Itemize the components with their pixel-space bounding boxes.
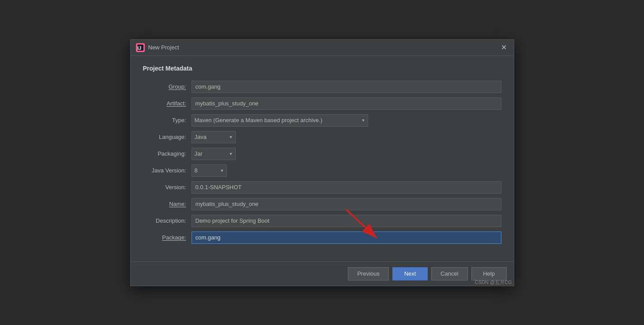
- artifact-label: Artifact:: [143, 100, 192, 107]
- type-select[interactable]: Maven (Generate a Maven based project ar…: [192, 114, 368, 127]
- group-row: Group:: [143, 81, 501, 93]
- packaging-select-wrapper: Jar War: [192, 148, 236, 160]
- package-row: Package:: [143, 232, 501, 244]
- type-select-wrapper: Maven (Generate a Maven based project ar…: [192, 114, 368, 127]
- description-input[interactable]: [192, 215, 501, 227]
- version-input[interactable]: [192, 181, 501, 194]
- previous-button[interactable]: Previous: [348, 267, 389, 280]
- dialog-content: Project Metadata Group: Artifact: Type: …: [131, 56, 514, 261]
- artifact-row: Artifact:: [143, 97, 501, 110]
- packaging-row: Packaging: Jar War: [143, 148, 501, 160]
- java-version-row: Java Version: 8 11 17 21: [143, 164, 501, 177]
- java-version-select[interactable]: 8 11 17 21: [192, 164, 227, 177]
- java-version-select-wrapper: 8 11 17 21: [192, 164, 227, 177]
- section-title: Project Metadata: [143, 65, 501, 72]
- java-version-label: Java Version:: [143, 167, 192, 174]
- help-button[interactable]: Help: [471, 267, 507, 280]
- watermark: CSDN @五月CG: [475, 279, 512, 286]
- group-input[interactable]: [192, 81, 501, 93]
- description-row: Description:: [143, 215, 501, 227]
- description-label: Description:: [143, 217, 192, 224]
- intellij-icon: IJ: [136, 43, 145, 52]
- group-label: Group:: [143, 83, 192, 90]
- packaging-label: Packaging:: [143, 150, 192, 157]
- language-row: Language: Java Kotlin Groovy: [143, 131, 501, 143]
- title-bar-left: IJ New Project: [136, 43, 179, 52]
- dialog-title: New Project: [148, 44, 179, 51]
- name-row: Name:: [143, 198, 501, 210]
- artifact-input[interactable]: [192, 97, 501, 110]
- type-row: Type: Maven (Generate a Maven based proj…: [143, 114, 501, 127]
- type-label: Type:: [143, 117, 192, 123]
- svg-text:IJ: IJ: [137, 45, 141, 51]
- title-bar: IJ New Project ✕: [131, 40, 514, 56]
- close-button[interactable]: ✕: [499, 43, 508, 52]
- version-label: Version:: [143, 184, 192, 191]
- next-button[interactable]: Next: [392, 267, 428, 280]
- language-select-wrapper: Java Kotlin Groovy: [192, 131, 236, 143]
- language-label: Language:: [143, 134, 192, 140]
- language-select[interactable]: Java Kotlin Groovy: [192, 131, 236, 143]
- name-label: Name:: [143, 201, 192, 207]
- name-input[interactable]: [192, 198, 501, 210]
- version-row: Version:: [143, 181, 501, 194]
- package-label: Package:: [143, 234, 192, 241]
- cancel-button[interactable]: Cancel: [431, 267, 467, 280]
- package-input[interactable]: [192, 232, 501, 244]
- packaging-select[interactable]: Jar War: [192, 148, 236, 160]
- dialog-footer: Previous Next Cancel Help: [131, 261, 514, 286]
- new-project-dialog: IJ New Project ✕ Project Metadata Group:…: [130, 39, 514, 286]
